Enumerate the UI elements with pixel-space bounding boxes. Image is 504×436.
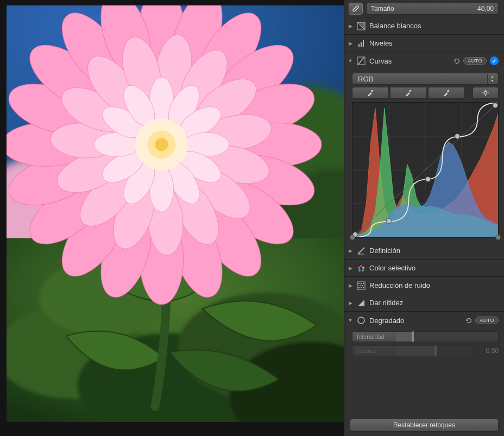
- section-white-balance[interactable]: ▶ Balance blancos: [344, 17, 504, 35]
- curve-black-clip-handle[interactable]: [350, 235, 355, 240]
- section-label: Balance blancos: [369, 22, 499, 30]
- retouch-size-label: Tamaño: [371, 5, 394, 12]
- slider-value: 0,50: [474, 347, 499, 355]
- svg-point-76: [484, 91, 487, 94]
- section-vignette[interactable]: ▼ Degradado AUTO: [344, 312, 504, 329]
- auto-button[interactable]: AUTO: [475, 317, 499, 324]
- svg-point-85: [362, 267, 364, 269]
- curves-channel-value: RGB: [358, 75, 373, 83]
- section-levels[interactable]: ▶ Niveles: [344, 35, 504, 52]
- curves-graph[interactable]: [352, 102, 499, 238]
- svg-rect-91: [361, 283, 362, 284]
- svg-rect-69: [358, 44, 360, 47]
- svg-rect-71: [363, 40, 364, 47]
- svg-point-66: [356, 7, 357, 8]
- auto-button[interactable]: AUTO: [463, 57, 487, 65]
- eyedropper-white-button[interactable]: [428, 87, 465, 99]
- svg-point-86: [362, 269, 364, 271]
- slider-track[interactable]: [395, 345, 474, 356]
- disclosure-icon[interactable]: ▶: [348, 23, 353, 29]
- svg-rect-97: [363, 287, 364, 288]
- svg-rect-90: [358, 283, 360, 284]
- section-label: Reducción de ruido: [369, 281, 499, 289]
- svg-rect-92: [363, 283, 364, 284]
- retouch-size-value: 40,00: [477, 5, 494, 12]
- levels-icon: [356, 39, 366, 48]
- reset-adjustments-button[interactable]: Restablecer retoques: [350, 419, 499, 432]
- bandage-icon: [351, 4, 360, 13]
- slider-label: Radius: [352, 345, 395, 356]
- svg-point-98: [358, 317, 364, 324]
- svg-point-63: [155, 138, 168, 151]
- curves-icon: [356, 56, 366, 66]
- retouch-size-row: Tamaño 40,00: [344, 0, 504, 17]
- section-label: Curvas: [369, 57, 449, 65]
- disclosure-icon[interactable]: ▶: [348, 266, 353, 271]
- svg-rect-75: [447, 90, 449, 92]
- svg-rect-93: [360, 285, 361, 286]
- definition-icon: [356, 246, 366, 256]
- section-definition[interactable]: ▶ Definición: [344, 242, 504, 260]
- vignette-radius-slider[interactable]: Radius 0,50: [352, 344, 499, 357]
- noise-icon: [356, 281, 366, 290]
- slider-track[interactable]: [395, 331, 499, 342]
- curves-eyedroppers: [352, 87, 499, 99]
- eyedropper-black-button[interactable]: [352, 87, 389, 99]
- undo-icon[interactable]: [452, 57, 460, 65]
- section-label: Definición: [369, 247, 499, 255]
- add-point-button[interactable]: [472, 87, 499, 99]
- disclosure-icon[interactable]: ▶: [348, 300, 353, 306]
- curve-white-clip-handle[interactable]: [495, 235, 501, 240]
- image-canvas[interactable]: [0, 0, 344, 436]
- slider-label: Intensidad: [352, 331, 395, 342]
- svg-point-67: [355, 8, 356, 9]
- svg-point-88: [358, 267, 360, 269]
- svg-rect-70: [361, 42, 362, 47]
- disclosure-icon[interactable]: ▶: [348, 41, 353, 46]
- enable-toggle[interactable]: ✓: [490, 56, 499, 65]
- disclosure-icon[interactable]: ▼: [348, 58, 353, 64]
- svg-rect-73: [371, 90, 373, 92]
- svg-rect-74: [409, 90, 411, 92]
- stepper-arrows-icon: ▲▼: [487, 74, 497, 84]
- eyedropper-gray-button[interactable]: [390, 87, 427, 99]
- curve-handle[interactable]: [425, 176, 431, 182]
- disclosure-icon[interactable]: ▶: [348, 248, 353, 254]
- svg-rect-94: [362, 285, 363, 286]
- retouch-tool-button[interactable]: [349, 3, 363, 15]
- svg-rect-96: [361, 287, 362, 288]
- vignette-icon: [356, 315, 366, 325]
- target-icon: [482, 89, 489, 97]
- svg-rect-95: [358, 287, 360, 288]
- adjustments-panel: Tamaño 40,00 ▶ Balance blancos ▶ Niveles…: [344, 0, 504, 436]
- section-label: Dar nitidez: [369, 299, 499, 307]
- curve-handle[interactable]: [386, 218, 392, 224]
- reset-label: Restablecer retoques: [393, 421, 455, 429]
- retouch-size-field[interactable]: Tamaño 40,00: [366, 3, 499, 15]
- section-selective-color[interactable]: ▶ Color selectivo: [344, 260, 504, 277]
- curve-handle[interactable]: [493, 103, 498, 108]
- white-balance-icon: [356, 21, 366, 31]
- slider-thumb[interactable]: [434, 345, 437, 356]
- panel-footer: Restablecer retoques: [344, 415, 504, 436]
- eyedropper-icon: [367, 89, 374, 97]
- undo-icon[interactable]: [464, 317, 472, 324]
- sharpen-icon: [356, 298, 366, 308]
- image-preview: [7, 5, 344, 422]
- slider-thumb[interactable]: [412, 331, 414, 342]
- svg-point-87: [358, 269, 361, 271]
- disclosure-icon[interactable]: ▶: [348, 283, 353, 288]
- section-label: Degradado: [369, 317, 461, 325]
- curves-channel-select[interactable]: RGB ▲▼: [352, 73, 499, 85]
- selective-color-icon: [356, 263, 366, 273]
- vignette-intensity-slider[interactable]: Intensidad: [352, 330, 499, 343]
- section-sharpen[interactable]: ▶ Dar nitidez: [344, 294, 504, 312]
- curve-handle[interactable]: [455, 134, 460, 139]
- disclosure-icon[interactable]: ▼: [348, 318, 353, 323]
- eyedropper-icon: [443, 89, 450, 97]
- svg-point-84: [360, 265, 362, 267]
- section-curves[interactable]: ▼ Curvas AUTO ✓: [344, 52, 504, 69]
- section-noise-reduction[interactable]: ▶ Reducción de ruido: [344, 277, 504, 294]
- eyedropper-icon: [405, 89, 412, 97]
- section-label: Color selectivo: [369, 264, 499, 272]
